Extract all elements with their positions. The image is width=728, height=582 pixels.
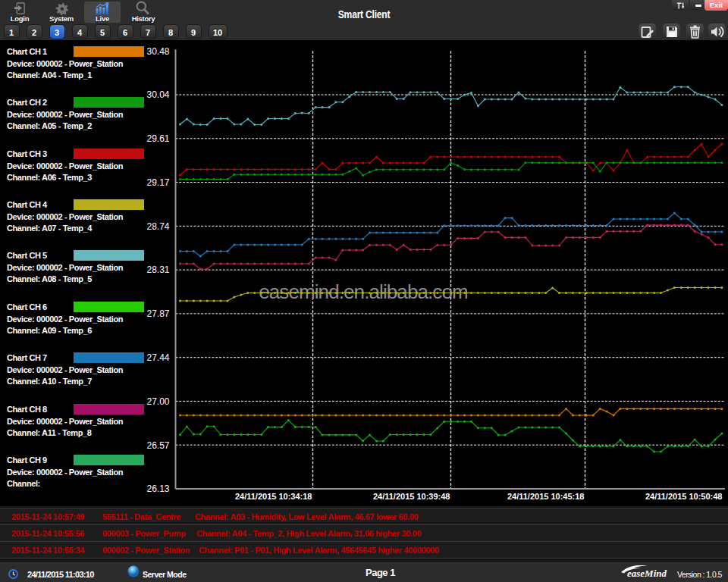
svg-text:24/11/2015 10:45:18: 24/11/2015 10:45:18 xyxy=(507,492,585,501)
svg-text:24/11/2015 10:50:48: 24/11/2015 10:50:48 xyxy=(645,492,723,501)
svg-text:30.48: 30.48 xyxy=(146,46,169,57)
svg-text:30.04: 30.04 xyxy=(146,89,169,100)
svg-text:28.74: 28.74 xyxy=(146,221,169,232)
svg-text:27.44: 27.44 xyxy=(146,352,169,363)
svg-text:27.87: 27.87 xyxy=(146,308,169,319)
svg-text:26.13: 26.13 xyxy=(146,483,169,494)
svg-text:29.61: 29.61 xyxy=(146,133,169,144)
svg-text:24/11/2015 10:39:48: 24/11/2015 10:39:48 xyxy=(373,492,450,501)
svg-text:easemind.en.alibaba.com: easemind.en.alibaba.com xyxy=(259,280,468,303)
svg-text:27.00: 27.00 xyxy=(146,396,169,407)
svg-text:easeMind: easeMind xyxy=(627,568,667,579)
svg-text:28.31: 28.31 xyxy=(146,264,169,275)
svg-text:24/11/2015 10:34:18: 24/11/2015 10:34:18 xyxy=(235,492,312,501)
svg-text:29.17: 29.17 xyxy=(146,177,169,188)
svg-text:26.57: 26.57 xyxy=(146,440,169,451)
